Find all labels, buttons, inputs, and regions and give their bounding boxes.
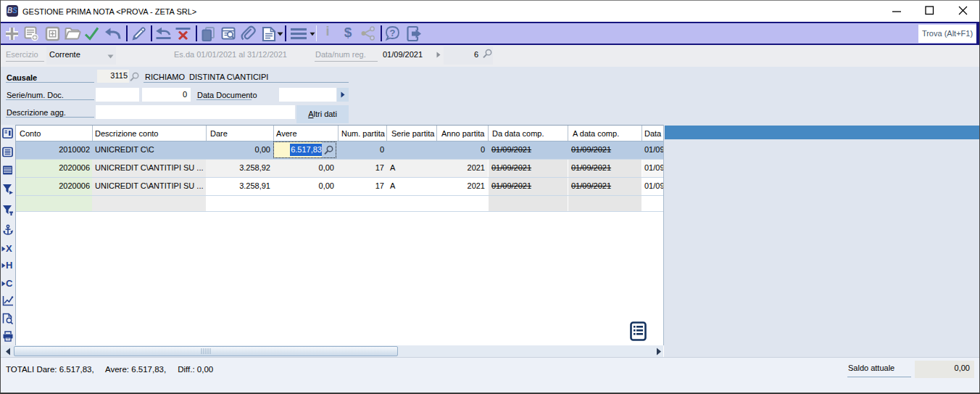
svg-text:?: ? [390, 28, 396, 38]
